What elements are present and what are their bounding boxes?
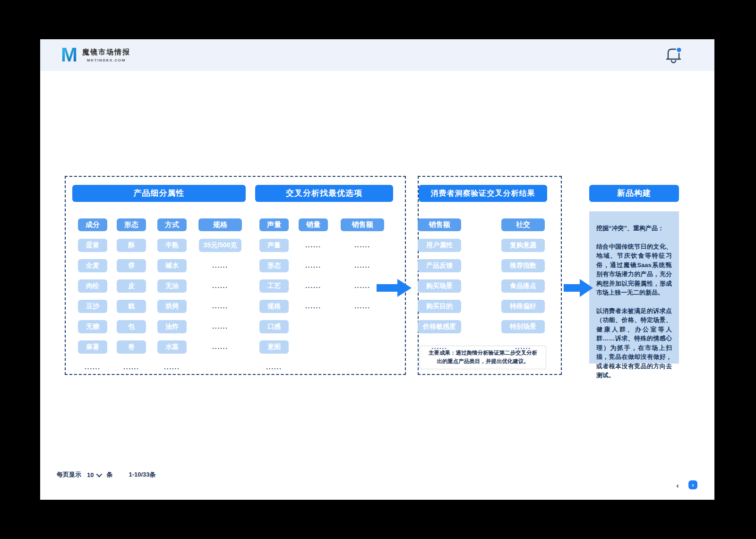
prev-page-button[interactable]: ‹ — [673, 481, 682, 489]
attribute-chip: 碱水 — [157, 259, 187, 272]
chevron-down-icon — [96, 471, 103, 477]
attribute-chip: 皮 — [117, 279, 146, 293]
attribute-chip: 价格敏感度 — [418, 320, 461, 333]
ellipsis-dots: ...... — [212, 262, 228, 269]
notification-bell-icon[interactable] — [663, 46, 684, 65]
column-insight-sales: 销售额 用户属性 产品反馈 购买场景 购买目的 价格敏感度 ...... — [411, 214, 468, 357]
attribute-chip: 酥 — [117, 239, 146, 252]
attribute-chip: 声量 — [259, 239, 289, 252]
top-bar: M 魔镜市场情报 MKTINDEX.COM — [40, 39, 714, 71]
ellipsis-dots: ...... — [212, 282, 228, 289]
column-header-chip: 销售额 — [341, 218, 384, 231]
chevron-left-icon: ‹ — [677, 481, 679, 489]
chevron-right-icon: › — [692, 481, 694, 488]
attribute-chip: 35元/500克 — [199, 239, 242, 252]
ellipsis-dots: ...... — [305, 282, 321, 289]
ellipsis-dots: ...... — [305, 242, 321, 249]
attribute-chip: 油炸 — [157, 320, 187, 333]
section2-title: 交叉分析找最优选项 — [255, 185, 393, 202]
attribute-chip: 糕 — [117, 300, 146, 313]
app-window: M 魔镜市场情报 MKTINDEX.COM 产品细分属性 交叉分析找最优选项 消… — [40, 39, 714, 500]
attribute-chip: 购买场景 — [418, 279, 461, 293]
attribute-chip: 特殊偏好 — [501, 300, 545, 313]
column-header-chip: 销售额 — [418, 218, 461, 231]
attribute-chip: 无油 — [157, 279, 187, 293]
column-header-chip: 社交 — [501, 218, 545, 231]
ellipsis-dots: ...... — [212, 343, 228, 350]
section4-title: 新品构建 — [589, 185, 679, 202]
flow-arrow-icon — [564, 279, 593, 297]
brand-domain: MKTINDEX.COM — [82, 58, 130, 62]
attribute-chip: 特别场景 — [501, 320, 545, 333]
attribute-chip: 水蒸 — [157, 340, 187, 354]
new-product-panel: 挖掘“冲突”、重构产品： 结合中国传统节日的文化、地域、节庆饮食等特征习俗，通过… — [589, 211, 679, 364]
range-label: 1-10/33条 — [129, 470, 155, 479]
attribute-chip: 口感 — [259, 320, 289, 333]
attribute-chip: 用户属性 — [418, 239, 461, 252]
ellipsis-dots: ...... — [123, 364, 139, 371]
attribute-chip: 卷 — [117, 340, 146, 354]
attribute-chip: 意图 — [259, 340, 289, 354]
panel-paragraph: 挖掘“冲突”、重构产品： — [596, 224, 672, 233]
unit-label: 条 — [106, 470, 112, 479]
attribute-chip: 半熟 — [157, 239, 187, 252]
column-header-chip: 声量 — [259, 218, 289, 231]
ellipsis-dots: ...... — [305, 262, 321, 269]
ellipsis-dots: ...... — [305, 303, 321, 310]
notification-badge — [677, 48, 681, 52]
ellipsis-dots: ...... — [354, 303, 370, 310]
ellipsis-dots: ...... — [85, 364, 101, 371]
column-header-chip: 方式 — [157, 218, 187, 231]
brand-name: 魔镜市场情报 — [82, 48, 130, 57]
attribute-chip: 工艺 — [259, 279, 289, 293]
flow-arrow-icon — [377, 279, 412, 297]
column-sales-volume: 销量 ...... ...... ...... ...... — [285, 214, 342, 316]
attribute-chip: 食品痛点 — [501, 279, 545, 293]
ellipsis-dots: ...... — [212, 323, 228, 330]
column-header-chip: 规格 — [198, 218, 242, 231]
per-page-value: 10 — [87, 471, 94, 478]
column-spec: 规格 35元/500克 ...... ...... ...... ...... … — [192, 214, 249, 377]
attribute-chip: 推荐指数 — [501, 259, 545, 272]
panel-paragraph: 以消费者未被满足的诉求点（功能、价格、特定场景、健康人群、办公室等人群……诉求、… — [596, 306, 672, 380]
column-sales-amount: 销售额 ...... ...... ...... ...... — [334, 214, 391, 316]
ellipsis-dots: ...... — [266, 364, 282, 371]
next-page-button[interactable]: › — [688, 480, 697, 489]
per-page-label: 每页显示 — [57, 470, 81, 479]
ellipsis-dots: ...... — [354, 282, 370, 289]
key-result-note: 主要成果：通过舆情分析验证第二步交叉分析出的重点产品类目，并提出优化建议。 — [420, 346, 546, 369]
panel-paragraph: 结合中国传统节日的文化、地域、节庆饮食等特征习俗，通过魔镜Saas系统甄别有市场… — [596, 242, 672, 297]
per-page-select[interactable]: 10 — [87, 471, 101, 478]
column-insight-social: 社交 复购意愿 推荐指数 食品痛点 特殊偏好 特别场景 ...... — [495, 214, 551, 357]
column-header-chip: 形态 — [117, 218, 146, 231]
pagination-bar: 每页显示 10 条 1-10/33条 — [57, 470, 156, 479]
column-header-chip: 销量 — [299, 218, 328, 231]
attribute-chip: 购买目的 — [418, 300, 461, 313]
ellipsis-dots: ...... — [354, 262, 370, 269]
ellipsis-dots: ...... — [354, 242, 370, 249]
section1-title: 产品细分属性 — [72, 185, 246, 202]
attribute-chip: 复购意愿 — [501, 239, 545, 252]
section3-title: 消费者洞察验证交叉分析结果 — [419, 185, 547, 202]
attribute-chip: 产品反馈 — [418, 259, 461, 272]
attribute-chip: 烘烤 — [157, 300, 187, 313]
ellipsis-dots: ...... — [164, 364, 180, 371]
attribute-chip: 形态 — [259, 259, 289, 272]
logo-m-icon: M — [61, 44, 77, 65]
brand-logo[interactable]: M 魔镜市场情报 MKTINDEX.COM — [61, 44, 130, 65]
ellipsis-dots: ...... — [212, 303, 228, 310]
attribute-chip: 包 — [117, 320, 146, 333]
attribute-chip: 饼 — [117, 259, 146, 272]
attribute-chip: 规格 — [259, 300, 289, 313]
